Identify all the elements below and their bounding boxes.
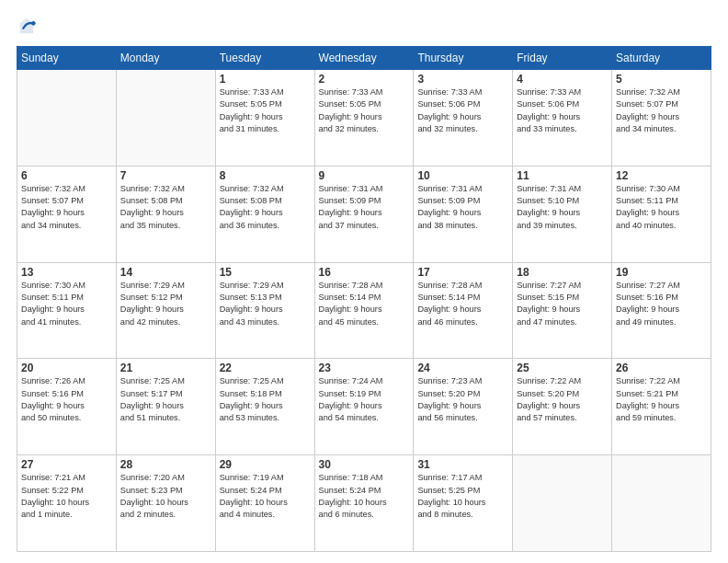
day-number: 10 <box>417 169 508 182</box>
calendar-header-row: SundayMondayTuesdayWednesdayThursdayFrid… <box>17 47 711 70</box>
svg-point-0 <box>31 21 36 26</box>
day-number: 12 <box>616 169 707 182</box>
day-info: Sunrise: 7:27 AM Sunset: 5:16 PM Dayligh… <box>616 280 707 328</box>
day-number: 1 <box>220 73 311 86</box>
calendar-cell: 28Sunrise: 7:20 AM Sunset: 5:23 PM Dayli… <box>116 455 215 552</box>
calendar-cell: 26Sunrise: 7:22 AM Sunset: 5:21 PM Dayli… <box>612 359 711 455</box>
day-info: Sunrise: 7:33 AM Sunset: 5:06 PM Dayligh… <box>417 86 508 135</box>
day-number: 21 <box>120 362 211 374</box>
calendar-week-row: 1Sunrise: 7:33 AM Sunset: 5:05 PM Daylig… <box>17 70 711 167</box>
calendar-cell <box>612 455 711 552</box>
calendar-cell: 25Sunrise: 7:22 AM Sunset: 5:20 PM Dayli… <box>513 359 612 455</box>
weekday-header: Saturday <box>612 47 711 70</box>
day-info: Sunrise: 7:18 AM Sunset: 5:24 PM Dayligh… <box>319 472 410 521</box>
calendar-cell: 10Sunrise: 7:31 AM Sunset: 5:09 PM Dayli… <box>414 166 513 262</box>
day-info: Sunrise: 7:19 AM Sunset: 5:24 PM Dayligh… <box>220 472 311 521</box>
calendar-cell: 2Sunrise: 7:33 AM Sunset: 5:05 PM Daylig… <box>314 70 414 167</box>
day-info: Sunrise: 7:27 AM Sunset: 5:15 PM Dayligh… <box>517 280 608 328</box>
day-number: 17 <box>417 266 508 279</box>
calendar-cell: 23Sunrise: 7:24 AM Sunset: 5:19 PM Dayli… <box>314 359 414 455</box>
calendar-cell: 5Sunrise: 7:32 AM Sunset: 5:07 PM Daylig… <box>612 70 711 167</box>
calendar-cell: 12Sunrise: 7:30 AM Sunset: 5:11 PM Dayli… <box>612 166 711 262</box>
calendar-cell: 18Sunrise: 7:27 AM Sunset: 5:15 PM Dayli… <box>513 262 612 359</box>
header <box>17 17 711 37</box>
day-info: Sunrise: 7:30 AM Sunset: 5:11 PM Dayligh… <box>616 183 707 232</box>
day-number: 6 <box>21 169 112 182</box>
day-info: Sunrise: 7:28 AM Sunset: 5:14 PM Dayligh… <box>319 280 410 328</box>
weekday-header: Wednesday <box>314 47 414 70</box>
day-info: Sunrise: 7:26 AM Sunset: 5:16 PM Dayligh… <box>21 375 112 424</box>
weekday-header: Friday <box>513 47 612 70</box>
logo <box>17 17 39 37</box>
weekday-header: Thursday <box>414 47 513 70</box>
day-number: 14 <box>120 266 211 279</box>
day-number: 31 <box>417 458 508 471</box>
page: SundayMondayTuesdayWednesdayThursdayFrid… <box>0 0 728 563</box>
logo-icon <box>17 17 37 37</box>
calendar-cell: 9Sunrise: 7:31 AM Sunset: 5:09 PM Daylig… <box>314 166 414 262</box>
day-info: Sunrise: 7:23 AM Sunset: 5:20 PM Dayligh… <box>417 375 508 424</box>
day-info: Sunrise: 7:32 AM Sunset: 5:07 PM Dayligh… <box>21 183 112 232</box>
calendar-cell: 6Sunrise: 7:32 AM Sunset: 5:07 PM Daylig… <box>17 166 117 262</box>
day-info: Sunrise: 7:24 AM Sunset: 5:19 PM Dayligh… <box>319 375 410 424</box>
calendar-cell: 11Sunrise: 7:31 AM Sunset: 5:10 PM Dayli… <box>513 166 612 262</box>
calendar-cell: 8Sunrise: 7:32 AM Sunset: 5:08 PM Daylig… <box>215 166 314 262</box>
calendar-cell: 21Sunrise: 7:25 AM Sunset: 5:17 PM Dayli… <box>116 359 215 455</box>
day-number: 16 <box>319 266 410 279</box>
calendar-week-row: 20Sunrise: 7:26 AM Sunset: 5:16 PM Dayli… <box>17 359 711 455</box>
day-number: 13 <box>21 266 112 279</box>
day-number: 11 <box>517 169 608 182</box>
day-number: 15 <box>220 266 311 279</box>
day-number: 20 <box>21 362 112 374</box>
day-info: Sunrise: 7:29 AM Sunset: 5:12 PM Dayligh… <box>120 280 211 328</box>
day-info: Sunrise: 7:21 AM Sunset: 5:22 PM Dayligh… <box>21 472 112 521</box>
day-number: 26 <box>616 362 707 374</box>
day-info: Sunrise: 7:30 AM Sunset: 5:11 PM Dayligh… <box>21 280 112 328</box>
day-number: 19 <box>616 266 707 279</box>
day-number: 28 <box>120 458 211 471</box>
day-info: Sunrise: 7:32 AM Sunset: 5:08 PM Dayligh… <box>220 183 311 232</box>
calendar-cell: 4Sunrise: 7:33 AM Sunset: 5:06 PM Daylig… <box>513 70 612 167</box>
calendar-cell: 15Sunrise: 7:29 AM Sunset: 5:13 PM Dayli… <box>215 262 314 359</box>
calendar-cell: 14Sunrise: 7:29 AM Sunset: 5:12 PM Dayli… <box>116 262 215 359</box>
day-info: Sunrise: 7:29 AM Sunset: 5:13 PM Dayligh… <box>220 280 311 328</box>
day-number: 27 <box>21 458 112 471</box>
calendar-cell <box>116 70 215 167</box>
calendar-cell: 31Sunrise: 7:17 AM Sunset: 5:25 PM Dayli… <box>414 455 513 552</box>
day-number: 18 <box>517 266 608 279</box>
calendar-cell: 16Sunrise: 7:28 AM Sunset: 5:14 PM Dayli… <box>314 262 414 359</box>
day-number: 24 <box>417 362 508 374</box>
day-info: Sunrise: 7:17 AM Sunset: 5:25 PM Dayligh… <box>417 472 508 521</box>
day-number: 4 <box>517 73 608 86</box>
calendar-cell: 1Sunrise: 7:33 AM Sunset: 5:05 PM Daylig… <box>215 70 314 167</box>
day-info: Sunrise: 7:22 AM Sunset: 5:21 PM Dayligh… <box>616 375 707 424</box>
weekday-header: Sunday <box>17 47 117 70</box>
calendar-week-row: 6Sunrise: 7:32 AM Sunset: 5:07 PM Daylig… <box>17 166 711 262</box>
day-info: Sunrise: 7:25 AM Sunset: 5:17 PM Dayligh… <box>120 375 211 424</box>
day-info: Sunrise: 7:31 AM Sunset: 5:09 PM Dayligh… <box>319 183 410 232</box>
day-info: Sunrise: 7:32 AM Sunset: 5:08 PM Dayligh… <box>120 183 211 232</box>
day-info: Sunrise: 7:20 AM Sunset: 5:23 PM Dayligh… <box>120 472 211 521</box>
calendar-cell: 29Sunrise: 7:19 AM Sunset: 5:24 PM Dayli… <box>215 455 314 552</box>
day-number: 7 <box>120 169 211 182</box>
calendar-week-row: 13Sunrise: 7:30 AM Sunset: 5:11 PM Dayli… <box>17 262 711 359</box>
day-number: 5 <box>616 73 707 86</box>
day-info: Sunrise: 7:33 AM Sunset: 5:05 PM Dayligh… <box>319 86 410 135</box>
calendar-cell: 27Sunrise: 7:21 AM Sunset: 5:22 PM Dayli… <box>17 455 117 552</box>
calendar-cell <box>513 455 612 552</box>
day-number: 29 <box>220 458 311 471</box>
day-info: Sunrise: 7:33 AM Sunset: 5:05 PM Dayligh… <box>220 86 311 135</box>
calendar-cell: 30Sunrise: 7:18 AM Sunset: 5:24 PM Dayli… <box>314 455 414 552</box>
calendar-week-row: 27Sunrise: 7:21 AM Sunset: 5:22 PM Dayli… <box>17 455 711 552</box>
day-number: 22 <box>220 362 311 374</box>
calendar-cell: 24Sunrise: 7:23 AM Sunset: 5:20 PM Dayli… <box>414 359 513 455</box>
calendar-cell <box>17 70 117 167</box>
day-info: Sunrise: 7:31 AM Sunset: 5:09 PM Dayligh… <box>417 183 508 232</box>
day-number: 3 <box>417 73 508 86</box>
calendar-cell: 17Sunrise: 7:28 AM Sunset: 5:14 PM Dayli… <box>414 262 513 359</box>
calendar-cell: 19Sunrise: 7:27 AM Sunset: 5:16 PM Dayli… <box>612 262 711 359</box>
day-info: Sunrise: 7:25 AM Sunset: 5:18 PM Dayligh… <box>220 375 311 424</box>
day-info: Sunrise: 7:28 AM Sunset: 5:14 PM Dayligh… <box>417 280 508 328</box>
calendar-table: SundayMondayTuesdayWednesdayThursdayFrid… <box>17 46 711 552</box>
calendar-cell: 3Sunrise: 7:33 AM Sunset: 5:06 PM Daylig… <box>414 70 513 167</box>
